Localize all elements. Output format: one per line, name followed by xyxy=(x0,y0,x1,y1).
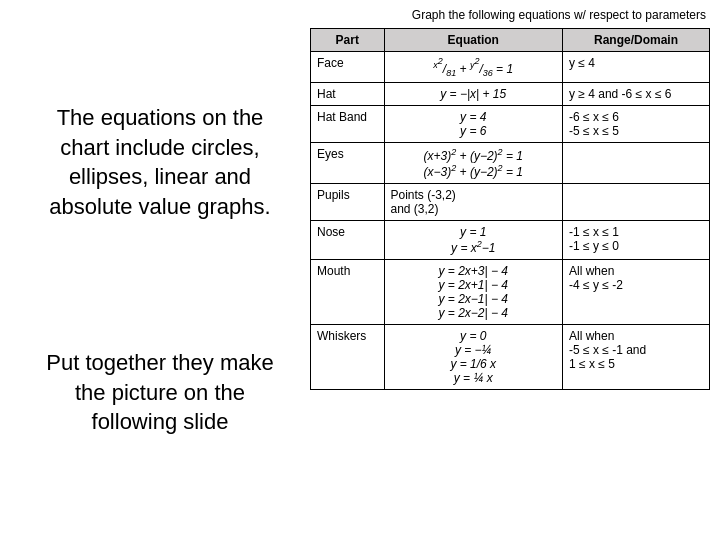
range-cell: -1 ≤ x ≤ 1-1 ≤ y ≤ 0 xyxy=(563,221,710,260)
range-cell: y ≥ 4 and -6 ≤ x ≤ 6 xyxy=(563,83,710,106)
table-row: Mouth y = 2x+3| − 4 y = 2x+1| − 4 y = 2x… xyxy=(311,260,710,325)
description-text-2: Put together they make the picture on th… xyxy=(30,348,290,437)
part-cell: Whiskers xyxy=(311,325,385,390)
right-panel: Graph the following equations w/ respect… xyxy=(310,0,720,540)
part-cell: Eyes xyxy=(311,143,385,184)
equation-cell: y = 0 y = −¼ y = 1/6 x y = ¼ x xyxy=(384,325,563,390)
range-cell: -6 ≤ x ≤ 6-5 ≤ x ≤ 5 xyxy=(563,106,710,143)
table-row: Pupils Points (-3,2)and (3,2) xyxy=(311,184,710,221)
equation-cell: x2/81 + y2/36 = 1 xyxy=(384,52,563,83)
part-cell: Face xyxy=(311,52,385,83)
equation-cell: y = −|x| + 15 xyxy=(384,83,563,106)
table-row: Nose y = 1y = x2−1 -1 ≤ x ≤ 1-1 ≤ y ≤ 0 xyxy=(311,221,710,260)
part-cell: Hat Band xyxy=(311,106,385,143)
range-cell xyxy=(563,184,710,221)
equation-cell: y = 4y = 6 xyxy=(384,106,563,143)
table-row: Hat Band y = 4y = 6 -6 ≤ x ≤ 6-5 ≤ x ≤ 5 xyxy=(311,106,710,143)
range-cell: All when-5 ≤ x ≤ -1 and1 ≤ x ≤ 5 xyxy=(563,325,710,390)
equations-table: Part Equation Range/Domain Face x2/81 + … xyxy=(310,28,710,390)
part-cell: Hat xyxy=(311,83,385,106)
part-cell: Mouth xyxy=(311,260,385,325)
table-row: Whiskers y = 0 y = −¼ y = 1/6 x y = ¼ x … xyxy=(311,325,710,390)
range-cell xyxy=(563,143,710,184)
col-header-equation: Equation xyxy=(384,29,563,52)
col-header-part: Part xyxy=(311,29,385,52)
equation-cell: y = 1y = x2−1 xyxy=(384,221,563,260)
part-cell: Nose xyxy=(311,221,385,260)
part-cell: Pupils xyxy=(311,184,385,221)
col-header-range: Range/Domain xyxy=(563,29,710,52)
description-text-1: The equations on the chart include circl… xyxy=(30,103,290,222)
range-cell: All when-4 ≤ y ≤ -2 xyxy=(563,260,710,325)
page: The equations on the chart include circl… xyxy=(0,0,720,540)
left-panel: The equations on the chart include circl… xyxy=(0,0,310,540)
table-row: Hat y = −|x| + 15 y ≥ 4 and -6 ≤ x ≤ 6 xyxy=(311,83,710,106)
equation-cell: y = 2x+3| − 4 y = 2x+1| − 4 y = 2x−1| − … xyxy=(384,260,563,325)
table-row: Face x2/81 + y2/36 = 1 y ≤ 4 xyxy=(311,52,710,83)
equation-cell: (x+3)2 + (y−2)2 = 1(x−3)2 + (y−2)2 = 1 xyxy=(384,143,563,184)
equation-cell: Points (-3,2)and (3,2) xyxy=(384,184,563,221)
table-row: Eyes (x+3)2 + (y−2)2 = 1(x−3)2 + (y−2)2 … xyxy=(311,143,710,184)
range-cell: y ≤ 4 xyxy=(563,52,710,83)
page-title: Graph the following equations w/ respect… xyxy=(310,8,710,22)
